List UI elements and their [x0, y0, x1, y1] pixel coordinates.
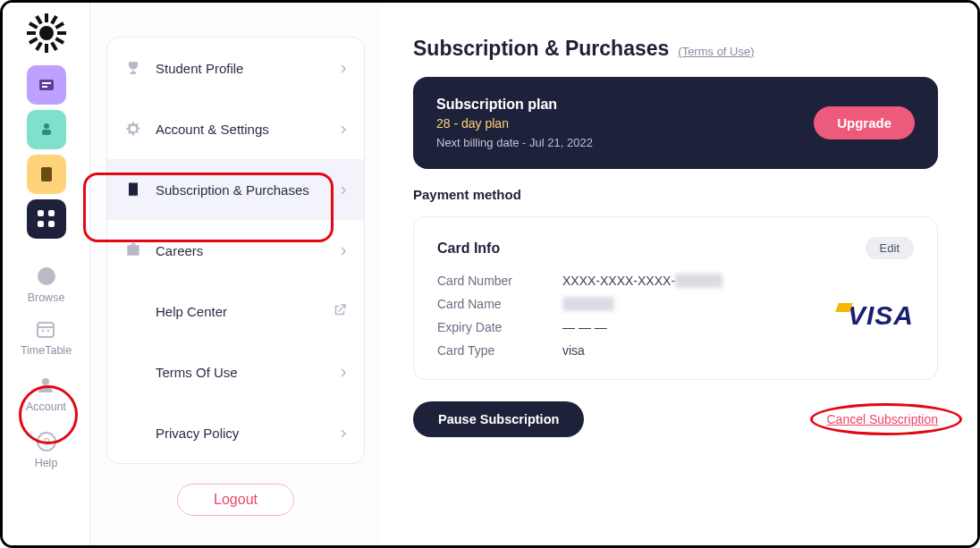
trophy-icon	[123, 58, 143, 78]
settings-item-label: Account & Settings	[156, 122, 269, 137]
nav-timetable[interactable]: TimeTable	[21, 318, 72, 357]
visa-logo: VISA	[848, 300, 914, 331]
spacer-icon	[123, 423, 143, 443]
sidebar-tile-2[interactable]	[27, 110, 66, 149]
svg-rect-2	[50, 15, 57, 25]
pause-subscription-button[interactable]: Pause Subscription	[413, 401, 584, 437]
settings-list: Student Profile Account & Settings Subsc…	[106, 37, 365, 464]
svg-rect-5	[55, 37, 64, 44]
settings-item-label: Privacy Policy	[156, 426, 239, 441]
settings-item-label: Terms Of Use	[156, 365, 238, 380]
settings-item-label: Careers	[156, 243, 203, 258]
app-logo[interactable]	[27, 13, 66, 53]
svg-rect-3	[55, 21, 64, 29]
payment-method-heading: Payment method	[413, 187, 938, 202]
spacer-icon	[123, 362, 143, 382]
settings-item-label: Help Center	[156, 304, 227, 319]
main-content: Subscription & Purchases (Terms of Use) …	[381, 3, 977, 545]
svg-rect-4	[57, 31, 66, 35]
settings-item-terms-of-use[interactable]: Terms Of Use	[107, 341, 364, 402]
svg-rect-1	[45, 13, 48, 22]
settings-item-account-settings[interactable]: Account & Settings	[107, 98, 364, 159]
svg-point-19	[38, 267, 55, 285]
upgrade-button[interactable]: Upgrade	[814, 106, 915, 139]
svg-rect-10	[27, 31, 36, 35]
svg-rect-9	[28, 37, 38, 44]
sidebar-tile-apps[interactable]	[27, 199, 66, 239]
settings-item-student-profile[interactable]: Student Profile	[107, 38, 364, 98]
chevron-right-icon	[339, 243, 348, 258]
card-info-grid: Card Number XXXX-XXXX-XXXX-XXXX Card Nam…	[437, 274, 722, 358]
card-number-label: Card Number	[437, 274, 536, 288]
svg-rect-7	[45, 44, 48, 53]
chevron-right-icon	[339, 61, 348, 76]
card-name-value: hidden	[562, 297, 722, 311]
card-expiry-label: Expiry Date	[437, 320, 536, 334]
svg-point-22	[42, 330, 45, 333]
cancel-subscription-link[interactable]: Cancel Subscription	[826, 412, 938, 426]
gear-icon	[123, 119, 143, 139]
svg-rect-13	[39, 80, 54, 90]
svg-text:?: ?	[43, 435, 49, 449]
plan-heading: Subscription plan	[436, 97, 593, 113]
svg-point-0	[39, 26, 54, 40]
sidebar-tile-1[interactable]	[27, 65, 66, 105]
nav-timetable-label: TimeTable	[21, 344, 72, 357]
user-icon	[35, 375, 56, 399]
nav-browse-label: Browse	[28, 291, 65, 304]
svg-rect-17	[42, 130, 51, 135]
settings-item-subscription-purchases[interactable]: Subscription & Purchases	[107, 159, 364, 220]
edit-card-button[interactable]: Edit	[866, 237, 914, 259]
settings-item-help-center[interactable]: Help Center	[107, 281, 364, 341]
logout-button[interactable]: Logout	[177, 484, 294, 516]
chevron-right-icon	[339, 365, 348, 380]
card-info-card: Card Info Edit Card Number XXXX-XXXX-XXX…	[413, 216, 938, 380]
svg-rect-15	[42, 86, 47, 88]
chevron-right-icon	[339, 182, 348, 198]
terms-of-use-link[interactable]: (Terms of Use)	[678, 45, 754, 58]
settings-item-label: Student Profile	[156, 61, 243, 76]
svg-point-16	[44, 123, 49, 129]
briefcase-icon	[123, 240, 143, 260]
settings-item-careers[interactable]: Careers	[107, 220, 364, 281]
card-type-value: visa	[562, 343, 722, 358]
plan-tier: 28 - day plan	[436, 116, 593, 131]
compass-icon	[36, 266, 57, 290]
chevron-right-icon	[339, 122, 348, 137]
card-expiry-value: — — —	[562, 320, 722, 334]
spacer-icon	[123, 301, 143, 321]
svg-rect-11	[28, 21, 38, 29]
settings-panel: Student Profile Account & Settings Subsc…	[90, 3, 381, 545]
svg-point-23	[47, 330, 50, 333]
nav-account-label: Account	[26, 400, 66, 413]
page-title: Subscription & Purchases (Terms of Use)	[413, 37, 938, 61]
sidebar-tile-3[interactable]	[27, 155, 66, 194]
nav-browse[interactable]: Browse	[28, 266, 65, 304]
receipt-icon	[123, 180, 143, 199]
settings-item-privacy-policy[interactable]: Privacy Policy	[107, 402, 364, 463]
sidebar: Browse TimeTable Account ? Help	[3, 3, 90, 545]
settings-item-label: Subscription & Purchases	[156, 182, 309, 198]
plan-next-billing: Next billing date - Jul 21, 2022	[436, 136, 593, 149]
svg-rect-20	[38, 323, 54, 337]
card-name-label: Card Name	[437, 297, 536, 311]
svg-rect-14	[42, 82, 51, 84]
svg-rect-8	[35, 41, 42, 51]
svg-rect-12	[35, 15, 42, 25]
svg-rect-6	[50, 41, 57, 51]
card-type-label: Card Type	[437, 343, 536, 358]
calendar-icon	[35, 318, 56, 342]
nav-help[interactable]: ? Help	[35, 431, 58, 469]
nav-account[interactable]: Account	[26, 375, 66, 413]
svg-rect-18	[41, 167, 52, 181]
svg-point-24	[42, 378, 49, 385]
subscription-plan-card: Subscription plan 28 - day plan Next bil…	[413, 77, 938, 169]
external-link-icon	[332, 302, 348, 321]
help-icon: ?	[36, 431, 57, 455]
page-title-text: Subscription & Purchases	[413, 37, 669, 61]
card-info-title: Card Info	[437, 240, 500, 257]
chevron-right-icon	[339, 426, 348, 441]
nav-help-label: Help	[35, 457, 58, 469]
card-number-value: XXXX-XXXX-XXXX-XXXX	[562, 274, 722, 288]
